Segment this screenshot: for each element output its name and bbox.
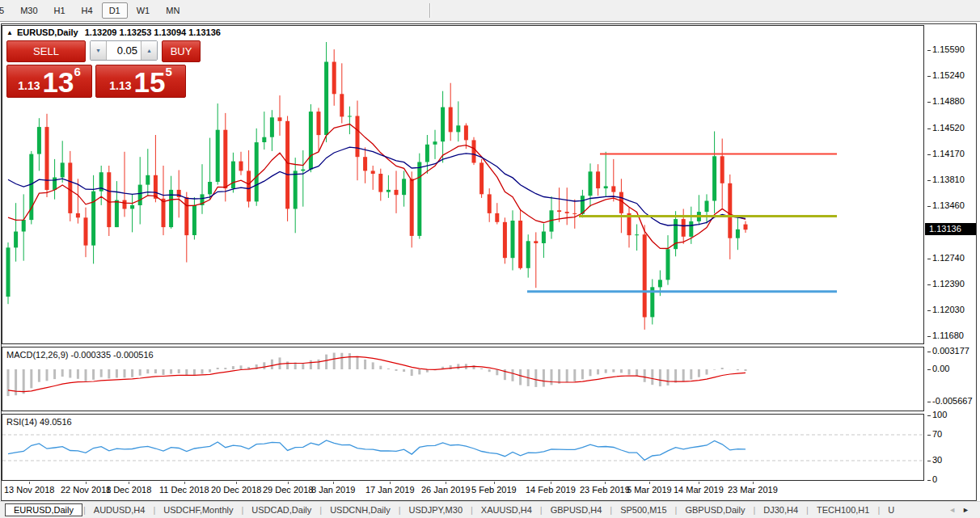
price-axis-label: 1.15240	[927, 70, 965, 80]
chart-tab-USDCNH-Daily[interactable]: USDCNH,Daily	[323, 503, 398, 516]
macd-indicator-label: MACD(12,26,9) -0.000335 -0.000516	[6, 350, 154, 360]
timeframe-button-W1[interactable]: W1	[129, 2, 158, 19]
date-axis-label: 22 Nov 2018	[61, 485, 111, 495]
macd-axis-label: -0.005667	[927, 396, 973, 406]
date-axis-label: 17 Jan 2019	[365, 485, 415, 495]
timeframe-toolbar: 5M30H1H4D1W1MN	[0, 0, 980, 22]
timeframe-button-M30[interactable]: M30	[13, 2, 44, 19]
price-axis-label: 1.14880	[927, 96, 965, 106]
timeframe-button-MN[interactable]: MN	[158, 2, 187, 19]
toolbar-separator	[429, 3, 430, 18]
volume-increase-icon[interactable]: ▲	[141, 41, 157, 60]
price-axis-label: 1.13810	[927, 175, 965, 184]
timeframe-button-5[interactable]: 5	[0, 2, 11, 19]
collapse-panel-icon[interactable]: ▲	[6, 29, 13, 36]
sell-price-pip: 6	[74, 65, 80, 78]
tab-scroll-controls: ◄►	[948, 506, 976, 514]
chart-tab-XAUUSD-H4[interactable]: XAUUSD,H4	[474, 503, 539, 516]
price-axis-label: 1.14170	[927, 149, 965, 158]
chart-tab-GBPUSD-Daily[interactable]: GBPUSD,Daily	[678, 503, 752, 516]
chart-tab-SP500-M15[interactable]: SP500,M15	[613, 503, 674, 516]
date-axis-label: 5 Mar 2019	[627, 485, 672, 495]
chart-tab-bar: EURUSD,Daily|AUDUSD,H4|USDCHF,Monthly|US…	[0, 501, 980, 518]
chart-tab-EURUSD-Daily[interactable]: EURUSD,Daily	[5, 503, 82, 516]
date-axis-label: 14 Feb 2019	[526, 485, 576, 495]
sell-price-big: 13	[42, 70, 74, 95]
chart-tab-USDJPY-M30[interactable]: USDJPY,M30	[402, 503, 470, 516]
date-axis-label: 29 Dec 2018	[263, 485, 313, 495]
date-axis-label: 26 Jan 2019	[421, 485, 471, 495]
date-axis-label: 23 Mar 2019	[728, 485, 778, 495]
mt4-terminal: { "toolbar": { "timeframes": ["5", "M30"…	[0, 0, 980, 518]
rsi-chart[interactable]	[2, 415, 923, 480]
price-axis-label: 1.14520	[927, 123, 965, 133]
volume-decrease-icon[interactable]: ▼	[91, 41, 107, 60]
chart-tab-TECH100-H1[interactable]: TECH100,H1	[809, 503, 877, 516]
sell-price-display[interactable]: 1.13 13 6	[6, 65, 92, 98]
date-axis-label: 1 Dec 2018	[106, 485, 151, 495]
volume-input[interactable]	[107, 41, 141, 60]
price-axis-label: 1.12030	[927, 305, 965, 314]
date-axis-label: 8 Jan 2019	[311, 485, 355, 495]
chart-tab-AUDUSD-H4[interactable]: AUDUSD,H4	[87, 503, 153, 516]
sell-button[interactable]: SELL	[6, 40, 86, 62]
timeframe-button-D1[interactable]: D1	[102, 2, 128, 19]
chart-tab-USDCHF-Monthly[interactable]: USDCHF,Monthly	[156, 503, 240, 516]
rsi-pane[interactable]	[2, 414, 924, 481]
current-price-tag: 1.13136	[925, 223, 976, 235]
scroll-tabs-right-icon[interactable]: ►	[962, 506, 976, 514]
rsi-axis-label: 70	[927, 429, 942, 439]
price-axis[interactable]: 1.13136 1.155901.152401.148801.145201.14…	[924, 25, 976, 499]
date-axis-label: 13 Nov 2018	[4, 485, 54, 495]
chart-tab-GBPUSD-H4[interactable]: GBPUSD,H4	[543, 503, 610, 516]
macd-axis-label: 0.00	[927, 364, 949, 373]
price-axis-label: 1.13460	[927, 200, 965, 210]
date-axis-label: 11 Dec 2018	[159, 485, 209, 495]
buy-price-big: 15	[133, 70, 165, 95]
price-axis-label: 1.11680	[927, 331, 964, 340]
timeframe-button-H4[interactable]: H4	[74, 2, 100, 19]
price-axis-label: 1.15590	[927, 44, 965, 54]
chart-symbol-period: EURUSD,Daily	[17, 27, 78, 37]
chart-tab-DJ30-H4[interactable]: DJ30,H4	[756, 503, 805, 516]
chart-ohlc-values: 1.13209 1.13253 1.13094 1.13136	[85, 27, 221, 37]
price-axis-label: 1.12390	[927, 279, 965, 288]
date-axis-label: 20 Dec 2018	[211, 485, 261, 495]
time-axis[interactable]: 13 Nov 201822 Nov 20181 Dec 201811 Dec 2…	[2, 482, 923, 498]
chart-tab-USDCAD-Daily[interactable]: USDCAD,Daily	[244, 503, 319, 516]
buy-price-display[interactable]: 1.13 15 5	[95, 65, 186, 98]
buy-price-pip: 5	[165, 65, 171, 78]
date-axis-label: 23 Feb 2019	[580, 485, 630, 495]
scroll-tabs-left-icon[interactable]: ◄	[948, 506, 962, 514]
buy-button[interactable]: BUY	[162, 40, 201, 62]
rsi-axis-label: 100	[927, 410, 947, 419]
rsi-axis-label: 0	[927, 474, 937, 484]
macd-axis-label: 0.003177	[927, 346, 969, 356]
buy-price-prefix: 1.13	[109, 79, 131, 92]
date-axis-label: 14 Mar 2019	[674, 485, 724, 495]
one-click-trading-panel: SELL ▼ ▲ BUY 1.13 13 6 1.13 15 5	[6, 40, 201, 98]
rsi-indicator-label: RSI(14) 49.0516	[6, 417, 72, 427]
price-axis-label: 1.12740	[927, 253, 965, 263]
volume-spinner: ▼ ▲	[90, 40, 158, 61]
sell-price-prefix: 1.13	[18, 79, 40, 92]
chart-title: ▲EURUSD,Daily1.13209 1.13253 1.13094 1.1…	[6, 27, 221, 37]
date-axis-label: 5 Feb 2019	[471, 485, 517, 495]
timeframe-button-H1[interactable]: H1	[47, 2, 73, 19]
rsi-axis-label: 30	[927, 455, 942, 465]
chart-tab-U[interactable]: U	[881, 503, 895, 516]
